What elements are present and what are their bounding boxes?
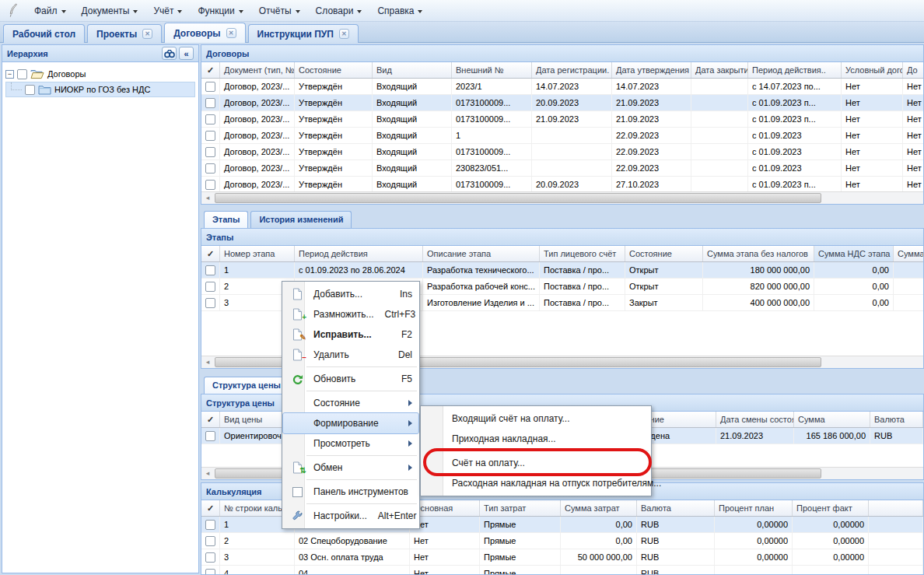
grid-header-cell[interactable]: Сумма затрат [561, 500, 637, 516]
submenu-item-2[interactable]: Счёт на оплату... [422, 453, 650, 473]
grid-header-cell[interactable]: Вид [373, 62, 452, 78]
context-menu-item-3[interactable]: −УдалитьDel [283, 345, 418, 365]
table-row[interactable]: Договор, 2023/...УтверждёнВходящий017310… [201, 111, 923, 128]
grid-header-cell[interactable]: Условный договор [842, 62, 903, 78]
grid-header-cell[interactable]: Дата регистрации. [532, 62, 612, 78]
context-menu-item-10[interactable]: Настройки...Alt+Enter [283, 506, 418, 526]
grid-header-cell[interactable]: Внешний № [452, 62, 532, 78]
grid-header-cell[interactable]: Дата смены состоя [716, 412, 794, 427]
menubar-item-4[interactable]: Отчёты [251, 2, 308, 19]
grid-header-cell[interactable]: Основная [410, 500, 480, 516]
grid-header-cell[interactable]: Дата утверждения [612, 62, 691, 78]
tree-expander-icon[interactable]: − [5, 70, 14, 79]
table-row[interactable]: Договор, 2023/...УтверждёнВходящий017310… [201, 177, 923, 193]
tab-etapy-1[interactable]: История изменений [250, 211, 352, 228]
grid-header-cell[interactable]: Описание этапа [423, 246, 540, 261]
table-row[interactable]: Договор, 2023/...УтверждёнВходящий230823… [201, 160, 923, 177]
context-menu-item-9[interactable]: Панель инструментов [283, 482, 418, 502]
grid-header-cell[interactable]: Процент факт [793, 500, 869, 516]
grid-header-cell[interactable]: Валюта [870, 412, 923, 427]
grid-header-cell[interactable]: Валюта [637, 500, 715, 516]
row-checkbox[interactable] [205, 298, 215, 308]
context-menu-item-7[interactable]: Просмотреть [283, 433, 418, 454]
row-checkbox[interactable] [205, 520, 215, 530]
table-row[interactable]: 303 Осн. оплата трудаНетПрямые50 000 000… [201, 549, 923, 566]
collapse-panel-button[interactable]: « [179, 47, 194, 60]
scroll-left-arrow-icon[interactable] [201, 468, 214, 479]
grid-header-cell[interactable]: Сумма эт [894, 246, 924, 261]
scrollbar-thumb[interactable] [215, 193, 821, 203]
grid-header-cell[interactable]: Состояние [625, 246, 703, 261]
row-checkbox[interactable] [205, 131, 215, 141]
grid-header-cell[interactable]: Период действия [295, 246, 423, 261]
tree-node[interactable]: НИОКР по ГОЗ без НДС [5, 82, 195, 97]
table-row[interactable]: 404 ...НетПрямыеRUB [201, 566, 923, 575]
context-menu-item-6[interactable]: Формирование [283, 413, 418, 433]
grid-cell [532, 144, 612, 160]
main-tab-1[interactable]: Проекты✕ [87, 24, 162, 43]
grid-header-cell[interactable]: Тип затрат [480, 500, 561, 516]
row-checkbox[interactable] [205, 147, 215, 157]
tab-etapy-0[interactable]: Этапы [204, 211, 248, 228]
contracts-hscrollbar[interactable] [201, 191, 923, 204]
submenu-item-3[interactable]: Расходная накладная на отпуск потребител… [422, 473, 650, 493]
grid-header-cell[interactable]: До [903, 62, 924, 78]
menubar-item-6[interactable]: Справка [369, 2, 430, 19]
table-row[interactable]: Договор, 2023/...УтверждёнВходящий2023/1… [201, 79, 923, 95]
grid-header-cell[interactable]: Процент план [715, 500, 793, 516]
row-checkbox[interactable] [205, 98, 215, 108]
row-checkbox[interactable] [205, 114, 215, 124]
grid-header-cell[interactable]: Период действия.. [748, 62, 842, 78]
row-checkbox[interactable] [205, 431, 215, 441]
row-checkbox[interactable] [205, 282, 215, 292]
tree-node-checkbox[interactable] [17, 69, 27, 79]
grid-header-cell[interactable]: Состояние [295, 62, 373, 78]
tree-node-checkbox[interactable] [25, 85, 35, 95]
context-menu-item-1[interactable]: +Размножить...Ctrl+F3 [283, 304, 418, 324]
tab-close-icon[interactable]: ✕ [142, 29, 152, 39]
row-checkbox[interactable] [205, 82, 215, 92]
row-checkbox[interactable] [205, 265, 215, 275]
menubar-item-3[interactable]: Функции [190, 2, 250, 19]
context-menu-item-4[interactable]: ОбновитьF5 [283, 369, 418, 389]
context-menu-item-5[interactable]: Состояние [283, 393, 418, 413]
search-binoculars-button[interactable] [162, 47, 177, 60]
table-row[interactable]: Договор, 2023/...УтверждёнВходящий122.09… [201, 128, 923, 144]
row-checkbox[interactable] [205, 163, 215, 174]
main-tab-3[interactable]: Инструкции ПУП✕ [248, 24, 359, 43]
table-row[interactable]: Договор, 2023/...УтверждёнВходящий017310… [201, 95, 923, 111]
context-menu-item-2[interactable]: ✎Исправить...F2 [283, 324, 418, 345]
table-row[interactable]: 202 СпецоборудованиеНетПрямые0,00RUB0,00… [201, 533, 923, 549]
grid-header-cell[interactable]: Сумма [794, 412, 870, 427]
tree-node[interactable]: −Договоры [5, 66, 195, 82]
grid-header-cell[interactable]: Документ (тип, № [220, 62, 295, 78]
grid-header-cell[interactable]: Сумма НДС этапа [814, 246, 894, 261]
menubar-item-2[interactable]: Учёт [145, 2, 190, 19]
submenu-item-0[interactable]: Входящий счёт на оплату... [422, 408, 650, 429]
context-menu-item-8[interactable]: ⇅Обмен [283, 458, 418, 478]
menubar-item-5[interactable]: Словари [308, 2, 370, 19]
context-menu-item-0[interactable]: Добавить...Ins [283, 284, 418, 304]
grid-header-cell[interactable]: Тип лицевого счёт [540, 246, 625, 261]
main-tab-0[interactable]: Рабочий стол [3, 24, 85, 43]
scroll-left-arrow-icon[interactable] [201, 192, 214, 204]
main-tab-2[interactable]: Договоры✕ [164, 23, 245, 43]
grid-header-cell[interactable] [869, 500, 923, 516]
tab-close-icon[interactable]: ✕ [226, 28, 236, 38]
grid-header-cell[interactable]: Дата закрытия [691, 62, 748, 78]
row-checkbox[interactable] [205, 536, 215, 546]
row-checkbox[interactable] [205, 569, 215, 575]
grid-header-cell[interactable]: Сумма этапа без налогов [703, 246, 814, 261]
scroll-left-arrow-icon[interactable] [201, 356, 214, 368]
row-checkbox[interactable] [205, 552, 215, 563]
tab-structure-0[interactable]: Структура цены [204, 377, 289, 394]
menubar-item-0[interactable]: Файл [26, 2, 74, 19]
menubar-item-1[interactable]: Документы [74, 2, 146, 19]
row-checkbox[interactable] [205, 180, 215, 190]
table-row[interactable]: 1с 01.09.2023 по 28.06.2024Разработка те… [201, 262, 923, 279]
grid-header-cell[interactable]: Номер этапа [220, 246, 295, 261]
submenu-item-1[interactable]: Приходная накладная... [422, 429, 650, 449]
tab-close-icon[interactable]: ✕ [339, 29, 349, 39]
grid-cell: 21.09.2023 [612, 95, 691, 110]
table-row[interactable]: Договор, 2023/...УтверждёнВходящий017310… [201, 144, 923, 160]
